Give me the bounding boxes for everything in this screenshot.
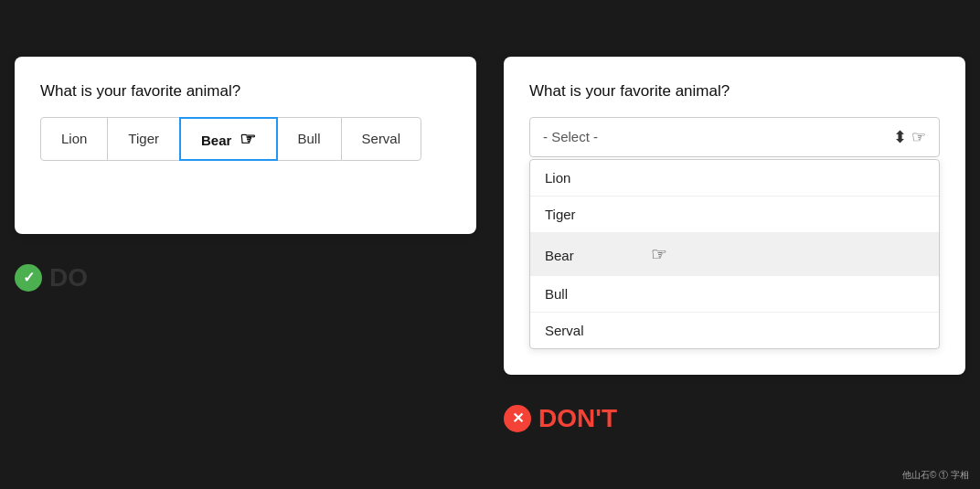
dropdown-item-lion[interactable]: Lion [530, 160, 939, 197]
cursor-icon: ☞ [240, 128, 256, 150]
dont-label: DON'T [538, 404, 617, 433]
dropdown-item-bear[interactable]: Bear ☞ [530, 233, 939, 276]
dont-panel: What is your favorite animal? - Select -… [504, 57, 965, 433]
do-question: What is your favorite animal? [40, 82, 451, 101]
do-radio-group[interactable]: Lion Tiger Bear ☞ Bull Serval [40, 117, 451, 161]
do-label-row: ✓ DO [15, 263, 476, 292]
watermark: 他山石© ① 字相 [902, 469, 969, 482]
option-lion[interactable]: Lion [40, 117, 108, 161]
main-container: What is your favorite animal? Lion Tiger… [15, 57, 965, 433]
select-trigger[interactable]: - Select - ⬍ ☞ [529, 117, 940, 157]
option-bear-selected[interactable]: Bear ☞ [179, 117, 278, 161]
option-bull[interactable]: Bull [277, 117, 342, 161]
do-card: What is your favorite animal? Lion Tiger… [15, 57, 476, 234]
option-serval[interactable]: Serval [341, 117, 422, 161]
dont-question: What is your favorite animal? [529, 82, 940, 101]
do-label: DO [49, 263, 88, 292]
dont-label-row: ✕ DON'T [504, 404, 965, 433]
select-placeholder: - Select - [543, 129, 598, 144]
dropdown-list: Lion Tiger Bear ☞ Bull Serval [529, 159, 940, 349]
option-tiger[interactable]: Tiger [107, 117, 180, 161]
dropdown-item-serval[interactable]: Serval [530, 313, 939, 348]
dropdown-arrow-icon: ⬍ ☞ [893, 127, 926, 147]
select-container: - Select - ⬍ ☞ Lion Tiger Bear ☞ Bull Se… [529, 117, 940, 349]
cursor-icon-2: ☞ [651, 243, 667, 265]
do-panel: What is your favorite animal? Lion Tiger… [15, 57, 476, 292]
x-icon: ✕ [504, 405, 531, 432]
dropdown-item-tiger[interactable]: Tiger [530, 197, 939, 233]
check-icon: ✓ [15, 264, 42, 292]
dropdown-item-bull[interactable]: Bull [530, 276, 939, 313]
dont-card: What is your favorite animal? - Select -… [504, 57, 965, 375]
